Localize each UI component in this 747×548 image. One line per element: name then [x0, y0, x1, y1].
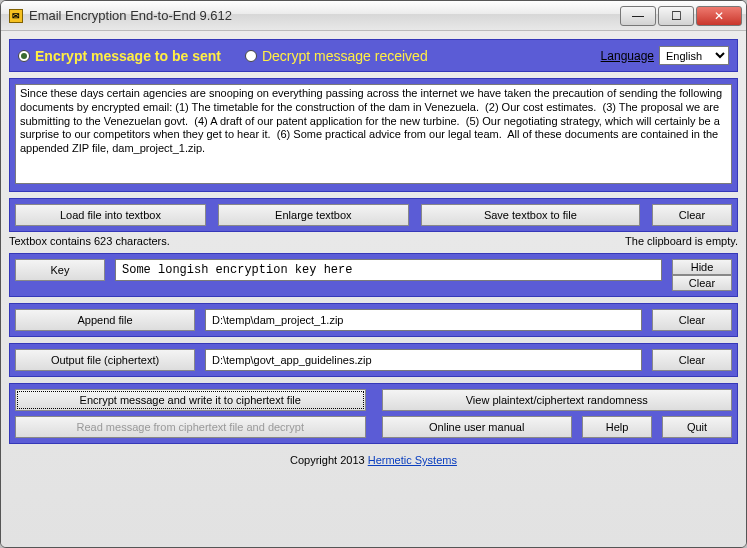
- clear-textbox-button[interactable]: Clear: [652, 204, 732, 226]
- clear-key-button[interactable]: Clear: [672, 275, 732, 291]
- char-count-text: Textbox contains 623 characters.: [9, 235, 170, 247]
- encrypt-radio[interactable]: Encrypt message to be sent: [18, 48, 221, 64]
- manual-button[interactable]: Online user manual: [382, 416, 573, 438]
- encrypt-radio-label: Encrypt message to be sent: [35, 48, 221, 64]
- load-file-button[interactable]: Load file into textbox: [15, 204, 206, 226]
- maximize-button[interactable]: ☐: [658, 6, 694, 26]
- encrypt-button[interactable]: Encrypt message and write it to cipherte…: [15, 389, 366, 411]
- language-label: Language: [601, 49, 654, 63]
- save-textbox-button[interactable]: Save textbox to file: [421, 204, 640, 226]
- clear-append-button[interactable]: Clear: [652, 309, 732, 331]
- key-input[interactable]: Some longish encryption key here: [115, 259, 662, 281]
- append-file-button[interactable]: Append file: [15, 309, 195, 331]
- decrypt-radio-label: Decrypt message received: [262, 48, 428, 64]
- output-file-input[interactable]: D:\temp\govt_app_guidelines.zip: [205, 349, 642, 371]
- append-file-input[interactable]: D:\temp\dam_project_1.zip: [205, 309, 642, 331]
- radio-icon: [245, 50, 257, 62]
- action-panel: Encrypt message and write it to cipherte…: [9, 383, 738, 444]
- clipboard-status-text: The clipboard is empty.: [625, 235, 738, 247]
- decrypt-button: Read message from ciphertext file and de…: [15, 416, 366, 438]
- close-button[interactable]: ✕: [696, 6, 742, 26]
- app-window: ✉ Email Encryption End-to-End 9.612 — ☐ …: [0, 0, 747, 548]
- window-buttons: — ☐ ✕: [618, 6, 742, 26]
- app-icon: ✉: [9, 9, 23, 23]
- hermetic-link[interactable]: Hermetic Systems: [368, 454, 457, 466]
- help-button[interactable]: Help: [582, 416, 652, 438]
- language-select[interactable]: English: [659, 46, 729, 65]
- hide-key-button[interactable]: Hide: [672, 259, 732, 275]
- key-panel: Key Some longish encryption key here Hid…: [9, 253, 738, 297]
- title-bar: ✉ Email Encryption End-to-End 9.612 — ☐ …: [1, 1, 746, 31]
- copyright-text: Copyright 2013: [290, 454, 368, 466]
- output-file-button[interactable]: Output file (ciphertext): [15, 349, 195, 371]
- clear-output-button[interactable]: Clear: [652, 349, 732, 371]
- message-textarea[interactable]: [15, 84, 732, 184]
- footer: Copyright 2013 Hermetic Systems: [9, 454, 738, 466]
- key-button[interactable]: Key: [15, 259, 105, 281]
- client-area: Encrypt message to be sent Decrypt messa…: [1, 31, 746, 547]
- mode-header: Encrypt message to be sent Decrypt messa…: [9, 39, 738, 72]
- output-panel: Output file (ciphertext) D:\temp\govt_ap…: [9, 343, 738, 377]
- status-row: Textbox contains 623 characters. The cli…: [9, 235, 738, 247]
- minimize-button[interactable]: —: [620, 6, 656, 26]
- message-panel: [9, 78, 738, 192]
- decrypt-radio[interactable]: Decrypt message received: [245, 48, 428, 64]
- randomness-button[interactable]: View plaintext/ciphertext randomness: [382, 389, 733, 411]
- quit-button[interactable]: Quit: [662, 416, 732, 438]
- window-title: Email Encryption End-to-End 9.612: [29, 8, 618, 23]
- textbox-toolbar: Load file into textbox Enlarge textbox S…: [9, 198, 738, 232]
- append-panel: Append file D:\temp\dam_project_1.zip Cl…: [9, 303, 738, 337]
- enlarge-button[interactable]: Enlarge textbox: [218, 204, 409, 226]
- language-block: Language English: [601, 46, 729, 65]
- radio-icon: [18, 50, 30, 62]
